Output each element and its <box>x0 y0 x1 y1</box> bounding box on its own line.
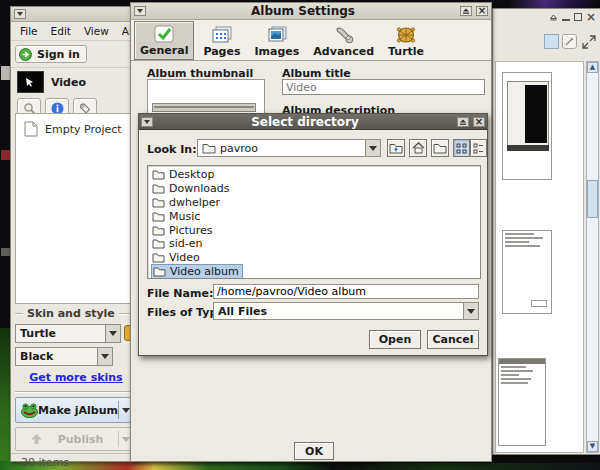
window-menu-button[interactable] <box>134 6 146 16</box>
publish-label: Publish <box>43 433 118 446</box>
file-dialog-title: Select directory <box>157 115 453 129</box>
make-album-label: Make jAlbum <box>38 404 118 417</box>
file-dialog-titlebar: Select directory × <box>139 114 487 130</box>
folder-icon <box>152 238 165 249</box>
up-folder-button[interactable] <box>387 139 405 157</box>
make-album-button[interactable]: Make jAlbum <box>15 397 133 423</box>
page-thumbnail[interactable] <box>498 358 546 446</box>
home-button[interactable] <box>409 139 427 157</box>
cancel-button[interactable]: Cancel <box>427 330 479 349</box>
tab-turtle[interactable]: Turtle <box>383 23 429 60</box>
folder-row-desktop[interactable]: Desktop <box>149 168 479 182</box>
skin-section-separator: Skin and style <box>15 307 137 320</box>
cancel-label: Cancel <box>432 333 473 346</box>
folder-list[interactable]: Desktop Downloads dwhelper Music Picture… <box>147 165 481 279</box>
file-name-input[interactable] <box>213 284 479 299</box>
style-combo[interactable]: Black <box>15 347 113 366</box>
chevron-down-icon <box>105 325 120 342</box>
window-menu-icon <box>17 12 23 16</box>
window-menu-icon <box>137 9 143 13</box>
scroll-down-arrow[interactable]: ▼ <box>587 441 598 452</box>
skin-combo[interactable]: Turtle <box>15 324 121 343</box>
ok-button[interactable]: OK <box>294 442 334 460</box>
upload-arrow-icon <box>30 433 43 445</box>
icons-view-button[interactable] <box>453 139 470 157</box>
turtle-icon <box>396 26 416 44</box>
select-directory-dialog: Select directory × Look In: pavroo <box>138 113 488 356</box>
maximize-icon <box>459 118 467 126</box>
wrench-icon <box>334 26 354 44</box>
scroll-up-arrow[interactable]: ▲ <box>587 62 598 73</box>
tab-advanced[interactable]: Advanced <box>308 23 379 60</box>
settings-title: Album Settings <box>150 4 456 18</box>
shade-button[interactable] <box>549 13 558 22</box>
folder-icon <box>152 197 165 208</box>
files-of-type-value: All Files <box>214 305 463 318</box>
green-check-icon <box>154 25 174 43</box>
folder-row-video-album[interactable]: Video album <box>149 265 479 279</box>
files-of-type-combo[interactable]: All Files <box>213 302 479 320</box>
album-thumbnail-box[interactable] <box>147 79 265 115</box>
page-thumbnail[interactable] <box>502 72 552 180</box>
edit-button[interactable] <box>562 34 577 49</box>
folder-icon <box>152 252 165 263</box>
tab-images[interactable]: Images <box>249 23 304 60</box>
expand-arrows-icon <box>581 34 597 50</box>
window-menu-icon <box>144 120 150 124</box>
folder-row-downloads[interactable]: Downloads <box>149 182 479 196</box>
chevron-down-icon <box>365 140 380 156</box>
tab-general[interactable]: General <box>134 21 194 60</box>
style-combo-value: Black <box>16 350 97 363</box>
background-window-controls: × <box>549 11 596 23</box>
tab-pages[interactable]: Pages <box>198 23 245 60</box>
menu-edit[interactable]: Edit <box>46 23 76 39</box>
file-name-label: File Name: <box>147 287 213 300</box>
fullscreen-button[interactable] <box>581 34 597 50</box>
page-thumbnail[interactable] <box>502 230 552 314</box>
get-more-skins[interactable]: Get more skins <box>15 371 137 384</box>
selected-tool-button[interactable] <box>544 34 559 49</box>
folder-icon <box>152 225 165 236</box>
document-icon <box>24 121 38 137</box>
open-button[interactable]: Open <box>369 330 421 349</box>
tree-item-label: Empty Project <box>45 123 122 136</box>
new-folder-icon <box>433 142 447 154</box>
shade-button[interactable] <box>460 6 472 16</box>
close-button[interactable]: × <box>476 6 488 16</box>
sign-in-label: Sign in <box>37 48 80 61</box>
close-button[interactable]: × <box>473 117 485 127</box>
photo-stack-icon <box>267 26 287 44</box>
list-view-icon <box>473 143 484 154</box>
look-in-combo[interactable]: pavroo <box>197 139 381 157</box>
skin-section-title: Skin and style <box>27 307 115 320</box>
scrollbar-thumb[interactable] <box>587 180 598 218</box>
folder-row-sid-en[interactable]: sid-en <box>149 237 479 251</box>
menu-view[interactable]: View <box>79 23 114 39</box>
folder-row-music[interactable]: Music <box>149 209 479 223</box>
scrollbar[interactable]: ▲ ▼ <box>586 61 599 453</box>
chevron-down-icon <box>463 303 478 319</box>
menu-file[interactable]: File <box>15 23 43 39</box>
look-in-label: Look In: <box>147 143 197 156</box>
maximize-button[interactable] <box>457 117 469 127</box>
album-title-input[interactable] <box>282 79 485 95</box>
maximize-button[interactable] <box>574 13 582 21</box>
close-button[interactable]: × <box>586 11 596 23</box>
details-view-button[interactable] <box>470 139 487 157</box>
separator <box>15 391 137 393</box>
folder-icon <box>152 211 165 222</box>
minimize-button[interactable] <box>562 13 570 21</box>
up-folder-icon <box>389 142 403 154</box>
sign-in-icon <box>19 48 32 61</box>
look-in-value: pavroo <box>220 142 365 155</box>
cursor-arrow-icon <box>25 77 35 87</box>
new-folder-button[interactable] <box>431 139 449 157</box>
sign-in-button[interactable]: Sign in <box>15 45 87 63</box>
get-more-skins-link[interactable]: Get more skins <box>29 371 122 384</box>
window-menu-button[interactable] <box>141 117 153 127</box>
folder-row-video[interactable]: Video <box>149 251 479 265</box>
publish-button[interactable]: Publish <box>15 427 133 451</box>
folder-row-dwhelper[interactable]: dwhelper <box>149 196 479 210</box>
window-menu-button[interactable] <box>14 9 26 19</box>
folder-row-pictures[interactable]: Pictures <box>149 223 479 237</box>
